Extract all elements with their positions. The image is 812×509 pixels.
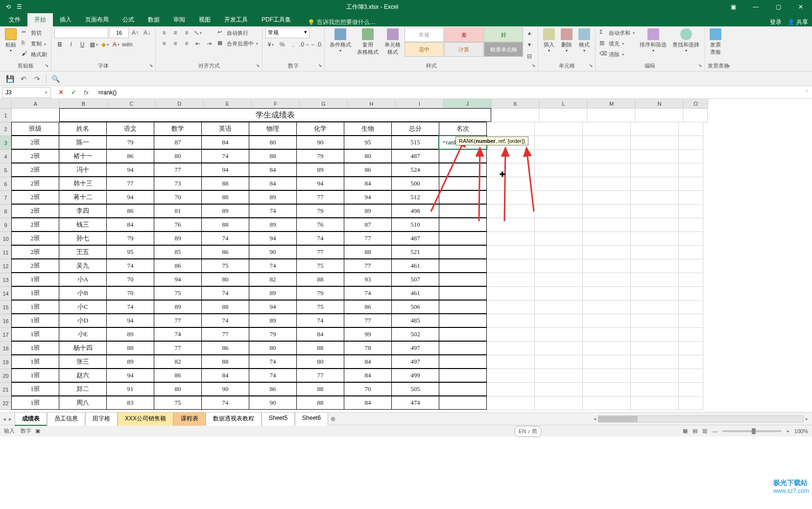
zoom-slider[interactable]: [722, 430, 781, 432]
cell[interactable]: [679, 163, 703, 177]
cell[interactable]: 王五: [59, 245, 107, 259]
view-page-break[interactable]: ▥: [702, 428, 707, 434]
cell[interactable]: 70: [344, 382, 392, 396]
cell[interactable]: 497: [391, 341, 439, 355]
cell[interactable]: 数学: [154, 122, 202, 136]
cell[interactable]: [487, 191, 535, 205]
cell[interactable]: 89: [296, 163, 344, 177]
cell[interactable]: [679, 232, 703, 246]
row-header-18[interactable]: 18: [0, 342, 12, 355]
cell[interactable]: 90: [296, 136, 344, 149]
tellme-text[interactable]: 告诉我您想要做什么…: [317, 18, 376, 26]
sheet-tab-Sheet6[interactable]: Sheet6: [295, 412, 328, 426]
cell[interactable]: 1班: [11, 300, 59, 314]
cell[interactable]: 88: [201, 300, 249, 314]
cell[interactable]: 85: [154, 245, 202, 259]
redo-button[interactable]: ↷: [32, 74, 42, 84]
ribbon-tab-数据[interactable]: 数据: [141, 13, 167, 26]
cell[interactable]: 73: [154, 177, 202, 190]
col-header-C[interactable]: C: [108, 99, 156, 109]
cell[interactable]: [487, 163, 535, 177]
cell[interactable]: 88: [296, 396, 344, 410]
decrease-indent[interactable]: ⇤: [192, 38, 203, 49]
cell[interactable]: [583, 287, 631, 301]
cell[interactable]: 74: [106, 259, 154, 273]
cell[interactable]: [631, 301, 679, 314]
enter-formula-button[interactable]: ✓: [69, 88, 78, 97]
cell[interactable]: [439, 204, 487, 218]
cell[interactable]: 2班: [11, 259, 59, 273]
cell[interactable]: [583, 177, 631, 191]
cell[interactable]: 83: [106, 396, 154, 410]
cell[interactable]: 95: [344, 136, 392, 149]
style-scroll-up[interactable]: ▴: [524, 27, 535, 38]
cell[interactable]: [583, 163, 631, 177]
cell[interactable]: 1班: [11, 286, 59, 300]
cell[interactable]: 1班: [11, 341, 59, 355]
cell[interactable]: 86: [249, 382, 297, 396]
cell[interactable]: 70: [106, 273, 154, 286]
cell[interactable]: 510: [391, 218, 439, 231]
cell[interactable]: [535, 163, 583, 177]
ribbon-display-options[interactable]: ▣: [722, 0, 744, 14]
cell[interactable]: [487, 396, 535, 410]
cell[interactable]: [583, 342, 631, 355]
cell[interactable]: 名次: [439, 122, 487, 136]
cell[interactable]: [535, 328, 583, 342]
cell[interactable]: [631, 328, 679, 342]
cell[interactable]: 80: [249, 341, 297, 355]
align-bottom[interactable]: ≡: [181, 27, 192, 38]
conditional-format-button[interactable]: 条件格式▾: [328, 27, 353, 54]
cell[interactable]: [439, 341, 487, 355]
cell[interactable]: 74: [249, 204, 297, 218]
cell[interactable]: 2班: [11, 245, 59, 259]
font-color-button[interactable]: A: [111, 39, 121, 50]
cell[interactable]: 1班: [11, 327, 59, 341]
style-bad[interactable]: 差: [444, 27, 483, 42]
clear-button[interactable]: ⌫清除: [598, 49, 636, 60]
name-box[interactable]: J3▾: [2, 87, 51, 98]
cell[interactable]: [487, 342, 535, 355]
cell[interactable]: [439, 314, 487, 327]
cell[interactable]: 461: [391, 286, 439, 300]
sheet-tab-课程表[interactable]: 课程表: [173, 412, 206, 426]
cell[interactable]: [439, 286, 487, 300]
cell[interactable]: [583, 205, 631, 218]
cell[interactable]: 76: [296, 218, 344, 231]
cell[interactable]: 赵六: [59, 369, 107, 382]
cell[interactable]: [535, 136, 583, 150]
cell[interactable]: [583, 232, 631, 246]
row-header-3[interactable]: 3: [0, 136, 12, 150]
cell[interactable]: 姓名: [59, 122, 107, 136]
cell[interactable]: [631, 218, 679, 232]
cell[interactable]: 79: [296, 204, 344, 218]
sheet-tab-XXX公司销售额[interactable]: XXX公司销售额: [118, 412, 173, 426]
cell[interactable]: [583, 383, 631, 396]
cell[interactable]: 74: [249, 369, 297, 382]
cell[interactable]: 80: [296, 355, 344, 369]
align-right[interactable]: ≡: [181, 38, 192, 49]
share-button[interactable]: 👤 共享: [788, 18, 808, 26]
cell[interactable]: [439, 177, 487, 190]
border-button[interactable]: ▦: [88, 39, 99, 50]
cell[interactable]: 79: [106, 136, 154, 149]
cell[interactable]: 474: [391, 396, 439, 410]
col-header-D[interactable]: D: [156, 99, 204, 109]
collapse-ribbon[interactable]: ˄: [728, 65, 730, 70]
row-header-6[interactable]: 6: [0, 177, 12, 191]
cell[interactable]: 89: [249, 190, 297, 204]
cell[interactable]: [583, 259, 631, 273]
cell[interactable]: [631, 259, 679, 273]
cell[interactable]: [535, 355, 583, 369]
fx-button[interactable]: fx: [81, 88, 91, 97]
cell[interactable]: [439, 355, 487, 369]
cell[interactable]: 周八: [59, 396, 107, 410]
sheet-tab-Sheet5[interactable]: Sheet5: [262, 412, 295, 426]
cell[interactable]: 84: [201, 369, 249, 382]
cell[interactable]: 88: [249, 149, 297, 163]
cell[interactable]: 89: [249, 218, 297, 231]
cell[interactable]: 蒋十二: [59, 190, 107, 204]
cell[interactable]: [487, 314, 535, 328]
undo-button[interactable]: ↶: [19, 74, 28, 84]
col-header-L[interactable]: L: [540, 99, 588, 109]
